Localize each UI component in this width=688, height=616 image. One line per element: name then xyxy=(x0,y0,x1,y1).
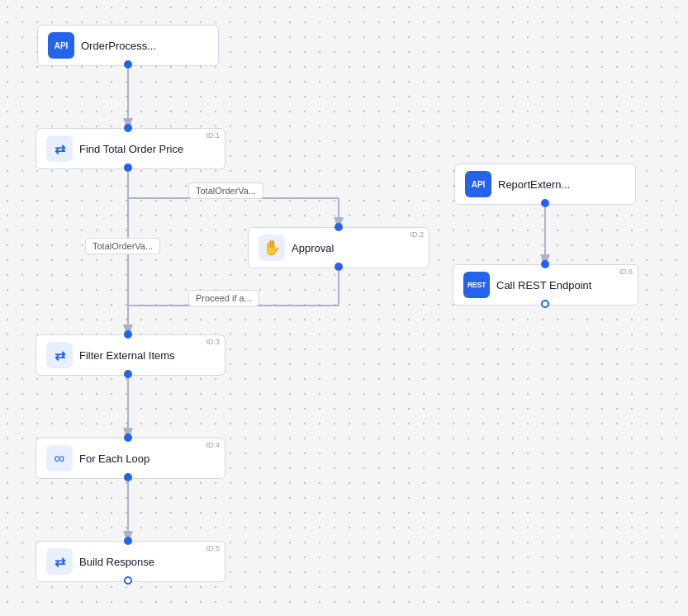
build-response-node[interactable]: ID:5 ⇄ Build Response xyxy=(36,541,225,582)
loop-icon: ∞ xyxy=(46,445,73,471)
node-dot-build-bottom xyxy=(124,576,132,585)
for-each-id: ID:4 xyxy=(206,441,220,449)
find-total-label: Find Total Order Price xyxy=(79,143,183,155)
filter-external-node[interactable]: ID:3 ⇄ Filter External Items xyxy=(36,334,225,376)
node-dot-rest-top xyxy=(541,260,549,268)
edges-layer xyxy=(0,0,688,616)
node-dot-build-top xyxy=(124,537,132,545)
filter-split-icon: ⇄ xyxy=(46,342,73,368)
find-total-node[interactable]: ID:1 ⇄ Find Total Order Price xyxy=(36,128,225,169)
order-process-label: OrderProcess... xyxy=(81,40,156,52)
node-dot-order-bottom xyxy=(124,60,132,69)
edge-label-totalorder-right: TotalOrderVa... xyxy=(188,182,263,199)
find-total-id: ID:1 xyxy=(206,131,220,140)
report-api-icon: API xyxy=(465,171,491,197)
node-dot-filter-bottom xyxy=(124,370,132,378)
approval-label: Approval xyxy=(292,242,334,254)
node-dot-approval-top xyxy=(335,223,343,231)
build-response-id: ID:5 xyxy=(206,544,220,552)
rest-icon: REST xyxy=(463,272,490,298)
split-icon: ⇄ xyxy=(46,135,73,162)
for-each-label: For Each Loop xyxy=(79,453,149,465)
call-rest-id: ID:6 xyxy=(619,268,633,276)
filter-external-id: ID:3 xyxy=(206,338,220,346)
build-split-icon: ⇄ xyxy=(46,548,73,575)
node-dot-filter-top xyxy=(124,330,132,339)
node-dot-foreach-top xyxy=(124,434,132,442)
call-rest-label: Call REST Endpoint xyxy=(496,279,591,291)
node-dot-approval-bottom xyxy=(335,263,343,271)
node-dot-find-bottom xyxy=(124,163,132,172)
build-response-label: Build Response xyxy=(79,556,154,568)
approval-id: ID:2 xyxy=(410,230,424,239)
for-each-node[interactable]: ID:4 ∞ For Each Loop xyxy=(36,438,225,479)
node-dot-rest-bottom xyxy=(541,300,549,308)
node-dot-report-bottom xyxy=(541,199,549,207)
api-icon: API xyxy=(48,32,74,59)
report-extern-label: ReportExtern... xyxy=(498,178,570,191)
edge-label-totalorder-left: TotalOrderVa... xyxy=(85,238,160,254)
hand-icon: ✋ xyxy=(259,235,285,261)
filter-external-label: Filter External Items xyxy=(79,349,175,362)
edge-label-proceed: Proceed if a... xyxy=(188,290,259,306)
node-dot-find-top xyxy=(124,124,132,132)
node-dot-foreach-bottom xyxy=(124,473,132,481)
